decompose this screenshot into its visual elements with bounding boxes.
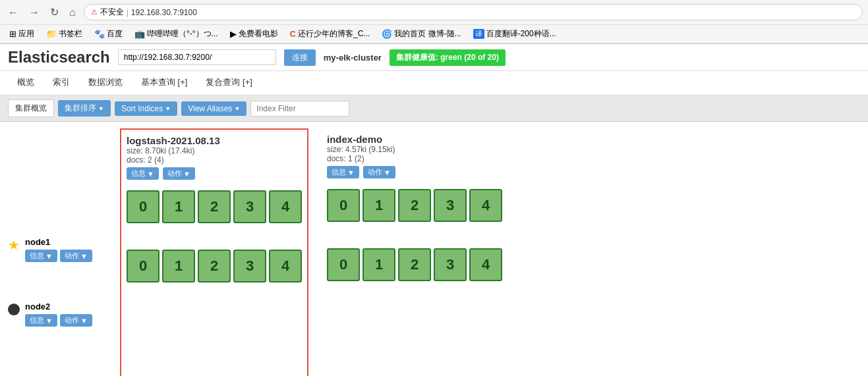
node2-buttons: 信息 ▼ 动作 ▼ (25, 314, 92, 327)
index-demo-actions: 信息 ▼ 动作 ▼ (327, 166, 502, 178)
bookmark-translate-label: 百度翻译-200种语... (486, 28, 556, 40)
tab-index[interactable]: 索引 (43, 71, 79, 95)
shard-logstash-node2-2: 2 (198, 250, 231, 282)
shard-demo-node1-3: 3 (434, 189, 467, 222)
node1-row: ★ node1 信息 ▼ 动作 ▼ (8, 237, 120, 262)
index-logstash-header: logstash-2021.08.13 size: 8.70ki (17.4ki… (127, 135, 302, 180)
node2-info-button[interactable]: 信息 ▼ (25, 314, 57, 327)
shard-logstash-node2-1: 1 (162, 250, 195, 282)
index-logstash-actions: 信息 ▼ 动作 ▼ (127, 167, 302, 180)
baidu-icon: 🐾 (94, 29, 105, 39)
node2-row: node2 信息 ▼ 动作 ▼ (8, 302, 120, 327)
folder-icon: 📁 (46, 29, 57, 39)
shard-demo-node1-0: 0 (327, 189, 360, 222)
cluster-name: my-elk-cluster (324, 53, 382, 63)
tab-data-browser[interactable]: 数据浏览 (79, 71, 132, 95)
node1-info-button[interactable]: 信息 ▼ (25, 250, 57, 262)
index-logstash-info-button[interactable]: 信息 ▼ (127, 167, 159, 180)
index-demo-title: index-demo (327, 134, 502, 145)
index-demo-info-arrow-icon: ▼ (347, 169, 355, 176)
bookmark-movie-label: 免费看电影 (239, 28, 278, 40)
bookmark-weibo-label: 我的首页 微博-随... (394, 28, 461, 40)
bookmark-folder-label: 书签栏 (59, 28, 82, 40)
cluster-sort-label: 集群排序 (65, 103, 96, 114)
bookmark-translate[interactable]: 译 百度翻译-200种语... (469, 27, 560, 41)
bookmark-weibo[interactable]: 🌀 我的首页 微博-随... (378, 27, 465, 41)
translate-icon: 译 (473, 29, 484, 39)
index-demo-info-label: 信息 (332, 167, 346, 177)
node1-action-button[interactable]: 动作 ▼ (60, 250, 92, 262)
bookmark-folder[interactable]: 📁 书签栏 (42, 27, 86, 41)
node2-name: node2 (25, 302, 92, 311)
shard-demo-node2-3: 3 (434, 248, 467, 281)
shard-logstash-node1-0: 0 (127, 190, 159, 223)
tab-basic-query[interactable]: 基本查询 [+] (132, 71, 196, 95)
index-demo-action-arrow-icon: ▼ (384, 169, 391, 176)
shard-demo-node1-2: 2 (398, 189, 431, 222)
shard-logstash-node2-3: 3 (233, 250, 266, 282)
node1-action-label: 动作 (65, 251, 79, 261)
node2-action-label: 动作 (65, 315, 79, 325)
bookmark-blog-label: 还行少年的博客_C... (298, 28, 370, 40)
apps-icon: ⊞ (9, 29, 16, 39)
shard-demo-node2-0: 0 (327, 248, 360, 281)
node1-info: node1 信息 ▼ 动作 ▼ (25, 237, 92, 262)
bookmark-baidu[interactable]: 🐾 百度 (90, 27, 127, 41)
security-warning: 不安全 (100, 7, 124, 18)
index-demo: index-demo size: 4.57ki (9.15ki) docs: 1… (322, 128, 507, 376)
node1-info-arrow-icon: ▼ (45, 252, 53, 260)
index-demo-size: size: 4.57ki (9.15ki) (327, 145, 502, 154)
nav-tabs: 概览 索引 数据浏览 基本查询 [+] 复合查询 [+] (0, 71, 868, 95)
shard-demo-node2-4: 4 (469, 248, 502, 281)
bookmarks-bar: ⊞ 应用 📁 书签栏 🐾 百度 📺 哔哩哔哩（°-°）つ... ▶ 免费看电影 … (0, 25, 868, 43)
shard-logstash-node1-2: 2 (198, 190, 231, 223)
index-logstash-action-arrow-icon: ▼ (183, 170, 190, 178)
app-header: Elasticsearch 连接 my-elk-cluster 集群健康值: g… (0, 44, 868, 71)
shard-demo-node1-4: 4 (469, 189, 502, 222)
bookmark-blog[interactable]: C 还行少年的博客_C... (286, 27, 374, 41)
index-demo-node1-shards: 0 1 2 3 4 (327, 184, 502, 227)
index-logstash-node2-shards: 0 1 2 3 4 (127, 244, 302, 288)
cluster-overview-tab[interactable]: 集群概览 (8, 99, 54, 117)
view-aliases-label: View Aliases (188, 104, 232, 113)
home-button[interactable]: ⌂ (67, 5, 78, 20)
index-demo-node2-shards: 0 1 2 3 4 (327, 243, 502, 286)
index-logstash-action-button[interactable]: 动作 ▼ (163, 167, 195, 180)
bookmark-movie[interactable]: ▶ 免费看电影 (226, 27, 282, 41)
bookmark-baidu-label: 百度 (107, 28, 123, 40)
index-logstash-title: logstash-2021.08.13 (127, 135, 302, 146)
index-demo-docs: docs: 1 (2) (327, 154, 502, 163)
connect-button[interactable]: 连接 (284, 49, 316, 66)
shard-logstash-node2-4: 4 (269, 250, 302, 282)
forward-button[interactable]: → (26, 5, 42, 20)
bookmark-apps[interactable]: ⊞ 应用 (5, 27, 38, 41)
reload-button[interactable]: ↻ (47, 5, 61, 20)
cluster-sort-button[interactable]: 集群排序 ▼ (58, 100, 111, 117)
node1-action-arrow-icon: ▼ (80, 252, 88, 260)
index-demo-action-button[interactable]: 动作 ▼ (363, 166, 395, 178)
view-aliases-button[interactable]: View Aliases ▼ (181, 101, 246, 116)
tab-complex-query[interactable]: 复合查询 [+] (196, 71, 261, 95)
address-bar[interactable]: ⚠ 不安全 | 192.168.30.7:9100 (84, 4, 863, 20)
main-content: ★ node1 信息 ▼ 动作 ▼ node2 (0, 122, 868, 376)
tab-overview[interactable]: 概览 (8, 71, 43, 95)
sort-indices-label: Sort Indices (121, 104, 163, 113)
bookmark-bilibili[interactable]: 📺 哔哩哔哩（°-°）つ... (130, 27, 222, 41)
browser-chrome: ← → ↻ ⌂ ⚠ 不安全 | 192.168.30.7:9100 ⊞ 应用 📁… (0, 0, 868, 44)
shard-logstash-node2-0: 0 (127, 250, 159, 282)
address-text: 192.168.30.7:9100 (131, 8, 855, 17)
movie-icon: ▶ (230, 29, 237, 39)
back-button[interactable]: ← (5, 5, 21, 20)
index-demo-info-button[interactable]: 信息 ▼ (327, 166, 359, 178)
node2-action-button[interactable]: 动作 ▼ (60, 314, 92, 327)
node1-info-label: 信息 (30, 251, 44, 261)
sort-indices-button[interactable]: Sort Indices ▼ (115, 101, 177, 116)
shard-logstash-node1-4: 4 (269, 190, 302, 223)
security-icon: ⚠ (91, 8, 98, 16)
index-logstash-info-label: 信息 (131, 169, 146, 178)
bookmark-bilibili-label: 哔哩哔哩（°-°）つ... (147, 28, 218, 40)
index-filter-input[interactable] (250, 101, 349, 117)
url-input[interactable] (118, 49, 276, 65)
node2-circle-icon (8, 304, 20, 315)
shard-logstash-node1-3: 3 (233, 190, 266, 223)
